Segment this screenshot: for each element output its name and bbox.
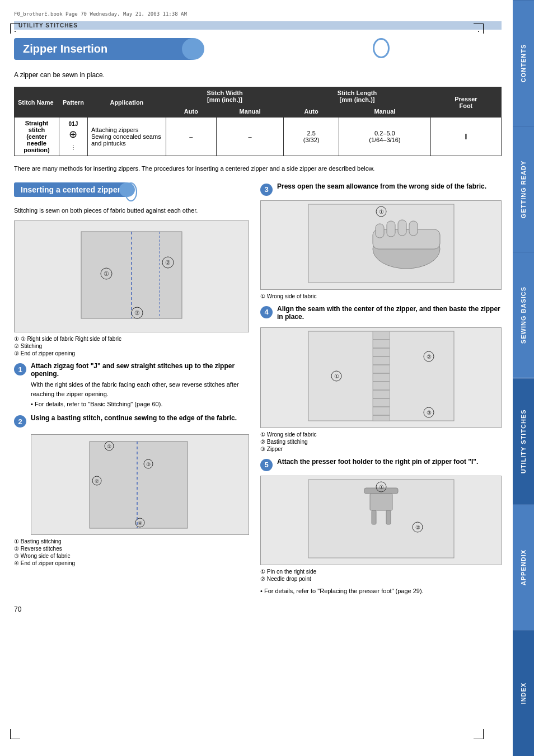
diagram-3-labels: ① Wrong side of fabric — [260, 293, 502, 299]
th-application: Application — [87, 87, 166, 118]
application-cell: Attaching zippersSewing concealed seams … — [87, 118, 166, 156]
presser-foot-cell: I — [430, 118, 501, 156]
step-3-content: Press open the seam allowance from the w… — [277, 182, 502, 192]
diagram-2: ① ② ③ ④ — [31, 434, 249, 535]
th-sw-manual: Manual — [216, 106, 283, 118]
description-text: There are many methods for inserting zip… — [14, 164, 502, 173]
diagram-4-labels: ① Wrong side of fabric ② Basting stitchi… — [260, 431, 502, 452]
step-5: 5 Attach the presser foot holder to the … — [260, 458, 502, 471]
step-2-title: Using a basting stitch, continue sewing … — [31, 414, 249, 422]
cross-tr — [478, 31, 479, 32]
th-sw-auto: Auto — [166, 106, 216, 118]
step-2: 2 Using a basting stitch, continue sewin… — [14, 414, 249, 428]
step-3-title: Press open the seam allowance from the w… — [277, 182, 502, 190]
svg-text:①: ① — [378, 209, 383, 215]
svg-rect-29 — [373, 331, 390, 421]
step-1: 1 Attach zigzag foot "J" and sew straigh… — [14, 362, 249, 407]
step-5-content: Attach the presser foot holder to the ri… — [277, 458, 502, 468]
svg-text:③: ③ — [146, 462, 151, 467]
diagram-4: ① ② ③ — [260, 327, 502, 428]
corner-br — [474, 729, 484, 739]
svg-text:②: ② — [165, 259, 171, 266]
step-1-bullet: • For details, refer to "Basic Stitching… — [31, 401, 249, 407]
svg-text:①: ① — [378, 484, 383, 490]
diagram-2-svg: ① ② ③ ④ — [87, 436, 193, 534]
tab-getting-ready[interactable]: GETTING READY — [513, 126, 534, 252]
diagram-4-svg: ① ② ③ — [306, 328, 457, 426]
section-bar: UTILITY STITCHES — [14, 21, 502, 30]
right-column: 3 Press open the seam allowance from the… — [260, 182, 502, 594]
corner-tl — [10, 24, 20, 34]
tab-sewing-basics[interactable]: SEWING BASICS — [513, 252, 534, 378]
diagram-5-svg: ① ② — [306, 477, 457, 564]
centered-zipper-title: Inserting a centered zipper — [14, 182, 127, 197]
step-1-body: With the right sides of the fabric facin… — [31, 380, 249, 398]
svg-rect-25 — [387, 221, 395, 237]
pattern-cell: 01J ⊕⋮ — [59, 118, 88, 156]
svg-rect-0 — [81, 232, 182, 318]
tab-contents[interactable]: CONTENTS — [513, 0, 534, 126]
tab-utility-stitches[interactable]: UTILITY STITCHES — [513, 378, 534, 504]
step-2-circle: 2 — [14, 415, 26, 428]
pattern-number: 01J — [63, 121, 84, 127]
diagram-5: ① ② — [260, 476, 502, 565]
step-1-content: Attach zigzag foot "J" and sew straight … — [31, 362, 249, 407]
diagram-3: ① — [260, 200, 502, 290]
svg-text:②: ② — [426, 354, 431, 360]
tab-index[interactable]: INDEX — [513, 630, 534, 756]
file-info: F0_brotherE.book Page 70 Wednesday, May … — [14, 11, 502, 17]
svg-text:①: ① — [334, 373, 339, 379]
th-sl-manual: Manual — [339, 106, 430, 118]
svg-text:③: ③ — [426, 410, 431, 416]
main-content: F0_brotherE.book Page 70 Wednesday, May … — [0, 0, 513, 756]
svg-rect-50 — [386, 510, 391, 524]
right-tabs: CONTENTS GETTING READY SEWING BASICS UTI… — [513, 0, 534, 756]
corner-tr — [474, 24, 484, 34]
sl-auto-cell: 2.5(3/32) — [284, 118, 339, 156]
subtitle: A zipper can be sewn in place. — [14, 71, 502, 79]
pattern-symbol: ⊕⋮ — [63, 128, 84, 152]
step-5-circle: 5 — [260, 459, 273, 471]
th-sl-auto: Auto — [284, 106, 339, 118]
step-3: 3 Press open the seam allowance from the… — [260, 182, 502, 196]
svg-rect-26 — [398, 220, 406, 236]
sl-manual-cell: 0.2–5.0(1/64–3/16) — [339, 118, 430, 156]
step-1-title: Attach zigzag foot "J" and sew straight … — [31, 362, 249, 378]
step-3-circle: 3 — [260, 184, 273, 196]
step-1-circle: 1 — [14, 363, 26, 375]
sw-auto-cell: – — [166, 118, 216, 156]
svg-text:②: ② — [95, 478, 99, 484]
centered-zipper-desc: Stitching is sewn on both pieces of fabr… — [14, 206, 249, 215]
svg-rect-9 — [90, 442, 188, 528]
svg-text:①: ① — [107, 444, 111, 449]
svg-rect-48 — [370, 494, 392, 510]
svg-text:③: ③ — [134, 309, 140, 316]
step-5-title: Attach the presser foot holder to the ri… — [277, 458, 502, 466]
step-4-circle: 4 — [260, 306, 273, 318]
th-presser-foot: PresserFoot — [430, 87, 501, 118]
diagram-1: ① ② ③ — [14, 220, 249, 332]
stitch-table: Stitch Name Pattern Application Stitch W… — [14, 87, 502, 156]
step-4: 4 Align the seam with the center of the … — [260, 305, 502, 323]
step-4-title: Align the seam with the center of the zi… — [277, 305, 502, 321]
diagram-2-labels: ① Basting stitching ② Reverse stitches ③… — [14, 538, 249, 566]
th-stitch-width: Stitch Width[mm (inch.)] — [166, 87, 283, 106]
cross-tl — [15, 31, 16, 32]
step-5-bullet: • For details, refer to "Replacing the p… — [260, 588, 502, 594]
left-column: Inserting a centered zipper Stitching is… — [14, 182, 249, 594]
corner-bl — [10, 729, 20, 739]
sw-manual-cell: – — [216, 118, 283, 156]
page-title: Zipper Insertion — [14, 38, 193, 60]
diagram-1-svg: ① ② ③ — [76, 223, 188, 330]
step-4-content: Align the seam with the center of the zi… — [277, 305, 502, 323]
page-number: 70 — [14, 605, 502, 613]
svg-rect-27 — [409, 221, 418, 236]
diagram-5-labels: ① Pin on the right side ② Needle drop po… — [260, 569, 502, 582]
th-pattern: Pattern — [59, 87, 88, 118]
svg-rect-49 — [372, 510, 376, 524]
title-arc — [373, 38, 390, 58]
diagram-3-svg: ① — [306, 201, 457, 288]
tab-appendix[interactable]: APPENDIX — [513, 504, 534, 630]
svg-text:②: ② — [415, 524, 420, 530]
svg-rect-24 — [376, 224, 384, 238]
